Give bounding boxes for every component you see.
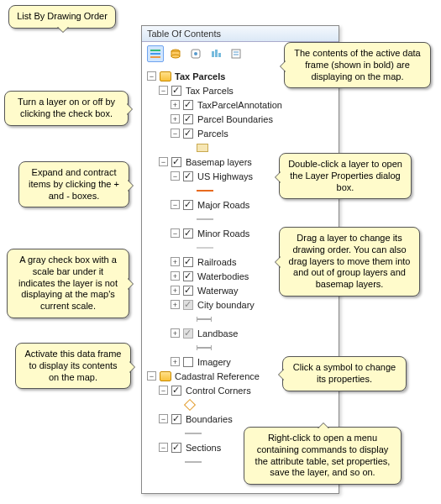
layer-label: Cadastral Reference — [174, 371, 260, 381]
callout-toggle-layer: Turn a layer on or off by clicking the c… — [4, 91, 129, 126]
callout-right-click-menu: Right-click to open a menu containing co… — [244, 427, 402, 485]
layer-label: City boundary — [197, 300, 255, 310]
data-frame-icon — [160, 71, 171, 81]
tree-row[interactable] — [147, 312, 335, 326]
callout-activate-data-frame: Activate this data frame to display its … — [15, 343, 131, 389]
expand-button[interactable]: + — [171, 328, 180, 338]
layer-label: Boundaries — [185, 414, 233, 424]
expander-blank — [182, 214, 192, 223]
visibility-checkbox[interactable] — [183, 228, 193, 239]
layer-symbol[interactable] — [185, 461, 202, 463]
layer-label: Basemap layers — [185, 157, 252, 167]
scale-bar-icon — [197, 347, 212, 349]
collapse-button[interactable]: − — [147, 371, 156, 381]
expander-blank — [182, 186, 192, 195]
collapse-button[interactable]: − — [159, 414, 168, 423]
expand-button[interactable]: + — [171, 357, 180, 366]
layer-symbol[interactable] — [197, 218, 213, 220]
svg-point-7 — [194, 52, 197, 55]
expander-blank — [171, 457, 180, 466]
layer-label: Minor Roads — [197, 228, 249, 239]
collapse-button[interactable]: − — [171, 129, 180, 138]
data-frame-icon — [160, 371, 171, 381]
svg-rect-9 — [215, 50, 218, 57]
visibility-checkbox[interactable] — [183, 257, 193, 267]
layer-symbol[interactable] — [184, 398, 196, 410]
visibility-checkbox[interactable] — [183, 100, 193, 110]
layer-label: US Highways — [197, 171, 253, 181]
layer-label: Imagery — [197, 357, 231, 367]
layer-label: Major Roads — [197, 200, 249, 210]
layer-label: Waterway — [197, 286, 239, 296]
visibility-checkbox[interactable] — [171, 414, 181, 424]
collapse-button[interactable]: − — [159, 443, 168, 452]
expand-button[interactable]: + — [171, 286, 180, 295]
svg-point-5 — [171, 55, 180, 58]
list-by-source-button[interactable] — [167, 45, 184, 62]
layer-label: Control Corners — [185, 386, 251, 396]
expand-button[interactable]: + — [171, 300, 180, 309]
options-button[interactable] — [228, 45, 244, 62]
callout-symbol-properties: Click a symbol to change its properties. — [282, 356, 407, 391]
callout-drag-layer: Drag a layer to change its drawing order… — [279, 227, 420, 297]
tree-row[interactable]: −Major Roads — [147, 197, 335, 212]
collapse-button[interactable]: − — [171, 228, 180, 238]
callout-expand-collapse: Expand and contract items by clicking th… — [18, 161, 129, 207]
layer-symbol[interactable] — [197, 247, 213, 249]
layer-label: Parcel Boundaries — [197, 114, 273, 124]
list-by-drawing-order-button[interactable] — [147, 45, 164, 62]
tree-row[interactable]: −Boundaries — [147, 412, 335, 426]
expander-blank — [182, 343, 192, 352]
layer-symbol[interactable] — [185, 433, 202, 434]
expander-blank — [171, 400, 180, 409]
expander-blank — [182, 314, 192, 323]
collapse-button[interactable]: − — [171, 171, 180, 181]
tree-row[interactable]: +TaxParcelAnnotation — [147, 97, 335, 112]
svg-rect-2 — [150, 56, 160, 58]
visibility-checkbox[interactable] — [171, 443, 181, 453]
visibility-checkbox[interactable] — [183, 200, 193, 210]
layer-label: Tax Parcels — [185, 86, 234, 96]
visibility-checkbox[interactable] — [183, 271, 193, 281]
collapse-button[interactable]: − — [159, 86, 168, 95]
tree-row[interactable] — [147, 340, 335, 354]
visibility-checkbox[interactable] — [171, 86, 181, 96]
list-by-selection-button[interactable] — [207, 45, 224, 62]
tree-row[interactable]: +Parcel Boundaries — [147, 112, 335, 126]
svg-rect-0 — [150, 50, 160, 51]
collapse-button[interactable]: − — [159, 157, 168, 166]
visibility-checkbox[interactable] — [171, 386, 181, 396]
layer-symbol[interactable] — [197, 190, 213, 192]
expand-button[interactable]: + — [171, 257, 180, 266]
expand-button[interactable]: + — [171, 271, 180, 281]
scale-bar-icon — [197, 318, 212, 320]
visibility-checkbox[interactable] — [183, 171, 193, 181]
collapse-button[interactable]: − — [171, 200, 180, 209]
svg-rect-10 — [218, 53, 221, 57]
tree-row[interactable]: +City boundary — [147, 297, 335, 312]
tree-row[interactable]: −Parcels — [147, 126, 335, 140]
tree-row[interactable]: +Landbase — [147, 326, 335, 340]
collapse-button[interactable]: − — [147, 71, 156, 81]
list-by-visibility-button[interactable] — [187, 45, 204, 62]
visibility-checkbox[interactable] — [183, 286, 193, 296]
visibility-checkbox[interactable] — [183, 328, 193, 339]
collapse-button[interactable]: − — [159, 386, 168, 395]
tree-row[interactable] — [147, 212, 335, 226]
layer-symbol[interactable] — [197, 144, 208, 152]
expand-button[interactable]: + — [171, 114, 180, 123]
panel-title: Table Of Contents — [142, 26, 339, 42]
visibility-checkbox[interactable] — [183, 357, 193, 367]
layer-label: Sections — [185, 443, 221, 453]
visibility-checkbox[interactable] — [183, 129, 193, 139]
expander-blank — [182, 243, 192, 252]
layer-label: Waterbodies — [197, 271, 249, 281]
expand-button[interactable]: + — [171, 100, 180, 109]
visibility-checkbox[interactable] — [171, 157, 181, 167]
expander-blank — [182, 143, 192, 152]
tree-row[interactable] — [147, 397, 335, 412]
visibility-checkbox[interactable] — [183, 114, 193, 124]
svg-rect-1 — [150, 53, 160, 55]
svg-rect-8 — [212, 51, 214, 57]
visibility-checkbox[interactable] — [183, 300, 193, 310]
